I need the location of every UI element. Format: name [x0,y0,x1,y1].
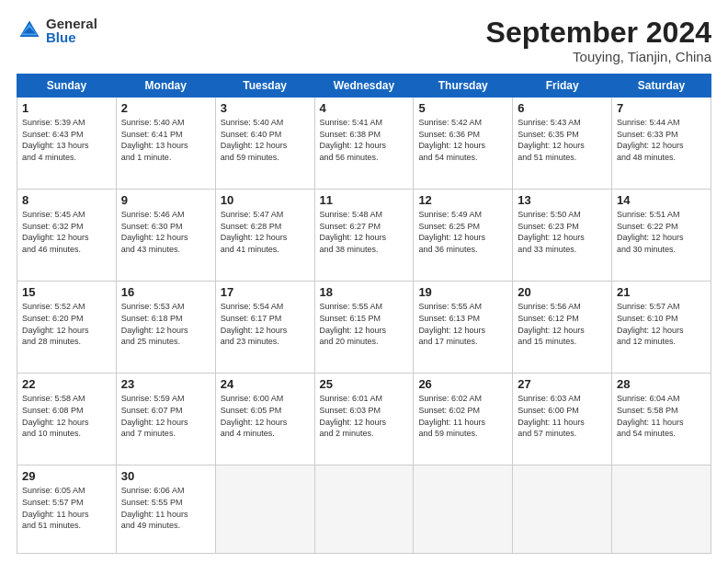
day-number: 16 [121,285,210,299]
day-info: Sunrise: 5:48 AM Sunset: 6:27 PM Dayligh… [320,209,409,255]
table-row: 14Sunrise: 5:51 AM Sunset: 6:22 PM Dayli… [612,190,711,282]
day-number: 25 [320,377,409,391]
day-info: Sunrise: 6:00 AM Sunset: 6:05 PM Dayligh… [221,393,310,439]
table-row: 8Sunrise: 5:45 AM Sunset: 6:32 PM Daylig… [17,190,117,282]
day-info: Sunrise: 5:49 AM Sunset: 6:25 PM Dayligh… [418,209,507,255]
table-row: 9Sunrise: 5:46 AM Sunset: 6:30 PM Daylig… [116,190,215,282]
day-number: 13 [518,193,607,207]
day-number: 10 [221,193,310,207]
day-info: Sunrise: 5:39 AM Sunset: 6:43 PM Dayligh… [22,117,111,163]
calendar-table: Sunday Monday Tuesday Wednesday Thursday… [17,74,711,554]
day-number: 9 [121,193,210,207]
day-info: Sunrise: 5:40 AM Sunset: 6:40 PM Dayligh… [221,117,310,163]
day-info: Sunrise: 5:57 AM Sunset: 6:10 PM Dayligh… [617,301,706,347]
day-info: Sunrise: 5:55 AM Sunset: 6:15 PM Dayligh… [320,301,409,347]
header-thursday: Thursday [414,75,513,98]
logo-text: General Blue [46,17,97,44]
day-number: 17 [221,285,310,299]
day-info: Sunrise: 5:54 AM Sunset: 6:17 PM Dayligh… [221,301,310,347]
day-info: Sunrise: 6:03 AM Sunset: 6:00 PM Dayligh… [518,393,607,439]
page: General Blue September 2024 Touying, Tia… [0,0,728,563]
table-row: 19Sunrise: 5:55 AM Sunset: 6:13 PM Dayli… [414,282,513,373]
day-number: 3 [221,101,310,115]
day-info: Sunrise: 5:52 AM Sunset: 6:20 PM Dayligh… [22,301,111,347]
day-number: 6 [518,101,607,115]
table-row [215,465,314,554]
table-row: 1Sunrise: 5:39 AM Sunset: 6:43 PM Daylig… [17,98,117,190]
day-info: Sunrise: 5:50 AM Sunset: 6:23 PM Dayligh… [518,209,607,255]
table-row: 30Sunrise: 6:06 AM Sunset: 5:55 PM Dayli… [116,465,215,554]
day-number: 28 [617,377,706,391]
day-info: Sunrise: 6:04 AM Sunset: 5:58 PM Dayligh… [617,393,706,439]
day-number: 29 [22,469,111,483]
day-info: Sunrise: 5:56 AM Sunset: 6:12 PM Dayligh… [518,301,607,347]
day-number: 23 [121,377,210,391]
header-monday: Monday [116,75,215,98]
table-row: 11Sunrise: 5:48 AM Sunset: 6:27 PM Dayli… [314,190,414,282]
table-row: 2Sunrise: 5:40 AM Sunset: 6:41 PM Daylig… [116,98,215,190]
day-info: Sunrise: 5:40 AM Sunset: 6:41 PM Dayligh… [121,117,210,163]
table-row: 29Sunrise: 6:05 AM Sunset: 5:57 PM Dayli… [17,465,117,554]
day-number: 20 [518,285,607,299]
table-row: 17Sunrise: 5:54 AM Sunset: 6:17 PM Dayli… [215,282,314,373]
table-row: 7Sunrise: 5:44 AM Sunset: 6:33 PM Daylig… [612,98,711,190]
table-row: 12Sunrise: 5:49 AM Sunset: 6:25 PM Dayli… [414,190,513,282]
day-info: Sunrise: 5:51 AM Sunset: 6:22 PM Dayligh… [617,209,706,255]
day-number: 4 [320,101,409,115]
day-info: Sunrise: 6:05 AM Sunset: 5:57 PM Dayligh… [22,485,111,531]
month-title: September 2024 [486,17,711,49]
day-info: Sunrise: 5:53 AM Sunset: 6:18 PM Dayligh… [121,301,210,347]
day-number: 22 [22,377,111,391]
table-row: 26Sunrise: 6:02 AM Sunset: 6:02 PM Dayli… [414,373,513,465]
table-row: 10Sunrise: 5:47 AM Sunset: 6:28 PM Dayli… [215,190,314,282]
day-number: 1 [22,101,111,115]
day-info: Sunrise: 5:44 AM Sunset: 6:33 PM Dayligh… [617,117,706,163]
table-row: 5Sunrise: 5:42 AM Sunset: 6:36 PM Daylig… [414,98,513,190]
table-row: 4Sunrise: 5:41 AM Sunset: 6:38 PM Daylig… [314,98,414,190]
logo-icon [17,17,42,43]
day-info: Sunrise: 5:46 AM Sunset: 6:30 PM Dayligh… [121,209,210,255]
day-info: Sunrise: 5:58 AM Sunset: 6:08 PM Dayligh… [22,393,111,439]
table-row: 6Sunrise: 5:43 AM Sunset: 6:35 PM Daylig… [513,98,612,190]
day-info: Sunrise: 5:45 AM Sunset: 6:32 PM Dayligh… [22,209,111,255]
header-saturday: Saturday [612,75,711,98]
day-info: Sunrise: 5:47 AM Sunset: 6:28 PM Dayligh… [221,209,310,255]
day-info: Sunrise: 6:01 AM Sunset: 6:03 PM Dayligh… [320,393,409,439]
weekday-header-row: Sunday Monday Tuesday Wednesday Thursday… [17,75,711,98]
day-number: 7 [617,101,706,115]
table-row: 15Sunrise: 5:52 AM Sunset: 6:20 PM Dayli… [17,282,117,373]
table-row: 16Sunrise: 5:53 AM Sunset: 6:18 PM Dayli… [116,282,215,373]
day-number: 14 [617,193,706,207]
day-number: 30 [121,469,210,483]
day-info: Sunrise: 5:42 AM Sunset: 6:36 PM Dayligh… [418,117,507,163]
day-info: Sunrise: 6:06 AM Sunset: 5:55 PM Dayligh… [121,485,210,531]
table-row [414,465,513,554]
day-info: Sunrise: 6:02 AM Sunset: 6:02 PM Dayligh… [418,393,507,439]
table-row: 13Sunrise: 5:50 AM Sunset: 6:23 PM Dayli… [513,190,612,282]
day-number: 15 [22,285,111,299]
table-row: 3Sunrise: 5:40 AM Sunset: 6:40 PM Daylig… [215,98,314,190]
day-number: 11 [320,193,409,207]
logo-blue-text: Blue [46,30,97,44]
table-row: 20Sunrise: 5:56 AM Sunset: 6:12 PM Dayli… [513,282,612,373]
table-row: 18Sunrise: 5:55 AM Sunset: 6:15 PM Dayli… [314,282,414,373]
table-row: 28Sunrise: 6:04 AM Sunset: 5:58 PM Dayli… [612,373,711,465]
day-number: 12 [418,193,507,207]
table-row [612,465,711,554]
table-row [513,465,612,554]
header-wednesday: Wednesday [314,75,414,98]
day-number: 8 [22,193,111,207]
table-row: 23Sunrise: 5:59 AM Sunset: 6:07 PM Dayli… [116,373,215,465]
header-sunday: Sunday [17,75,117,98]
table-row: 24Sunrise: 6:00 AM Sunset: 6:05 PM Dayli… [215,373,314,465]
table-row: 21Sunrise: 5:57 AM Sunset: 6:10 PM Dayli… [612,282,711,373]
day-number: 5 [418,101,507,115]
day-info: Sunrise: 5:43 AM Sunset: 6:35 PM Dayligh… [518,117,607,163]
table-row: 22Sunrise: 5:58 AM Sunset: 6:08 PM Dayli… [17,373,117,465]
location-title: Touying, Tianjin, China [486,49,711,64]
header-friday: Friday [513,75,612,98]
table-row: 25Sunrise: 6:01 AM Sunset: 6:03 PM Dayli… [314,373,414,465]
day-number: 27 [518,377,607,391]
logo-general-text: General [46,17,97,30]
table-row [314,465,414,554]
